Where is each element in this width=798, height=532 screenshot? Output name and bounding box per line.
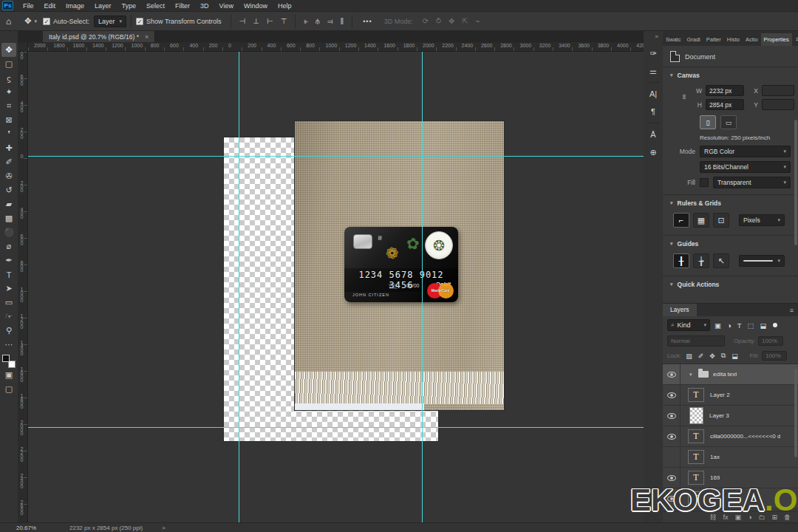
properties-scrollbar[interactable] <box>794 120 797 245</box>
distribute-right-icon[interactable]: ⫤ <box>324 17 337 26</box>
menu-filter[interactable]: Filter <box>170 0 195 12</box>
tab-layers[interactable]: Layers <box>663 304 697 316</box>
fill-field[interactable]: 100% <box>762 351 787 361</box>
layers-menu-icon[interactable]: ≡ <box>790 307 798 314</box>
menu-image[interactable]: Image <box>61 0 89 12</box>
eyedropper-tool[interactable]: ❜ <box>1 127 16 141</box>
auto-select-dropdown[interactable]: Layer ▾ <box>94 16 126 27</box>
eraser-tool[interactable]: ▰ <box>1 197 16 211</box>
shape-tool[interactable]: ▭ <box>1 296 16 310</box>
align-vertical-centers-icon[interactable]: ⊥ <box>249 17 263 25</box>
layer-row-group[interactable]: ▾ edita text <box>663 364 798 385</box>
height-field[interactable]: 2854 px <box>706 99 744 110</box>
horizontal-guide-top[interactable] <box>28 156 644 157</box>
layer-name[interactable]: 1ax <box>710 454 720 460</box>
pen-tool[interactable]: ✒ <box>1 253 16 267</box>
layer-row[interactable]: T cilla0000000...<<<<<<<0 d <box>663 426 798 447</box>
filter-kind-dropdown[interactable]: ⌕ Kind ▾ <box>667 319 710 331</box>
zoom-level-field[interactable]: 20.67% <box>16 525 50 531</box>
healing-brush-tool[interactable]: ✚ <box>1 141 16 155</box>
lock-guides-button[interactable]: ╆ <box>693 253 709 268</box>
canvas-section-header[interactable]: ▾ Canvas <box>670 72 791 79</box>
close-icon[interactable]: × <box>145 33 149 41</box>
dodge-tool[interactable]: ⌀ <box>1 239 16 253</box>
tab-actions[interactable]: Actio <box>743 33 761 46</box>
layer-name[interactable]: Layer 2 <box>710 392 730 398</box>
screen-mode-button[interactable]: ▢ <box>1 382 16 396</box>
rulers-grids-header[interactable]: ▾ Rulers & Grids <box>670 200 791 207</box>
visibility-eye-icon[interactable] <box>667 372 676 378</box>
align-right-edges-icon[interactable]: ⊢ <box>263 17 277 25</box>
zoom-tool[interactable]: ⚲ <box>1 324 16 338</box>
properties-sliders-icon[interactable]: ⚌ <box>645 62 661 80</box>
layer-name[interactable]: Layer 3 <box>709 412 729 419</box>
bit-depth-dropdown[interactable]: 16 Bits/Channel ▾ <box>700 161 791 173</box>
tab-patterns[interactable]: Patter <box>703 33 724 46</box>
hand-tool[interactable]: ☞ <box>1 310 16 324</box>
tab-history[interactable]: Histo <box>724 33 743 46</box>
color-swatches[interactable] <box>2 355 16 368</box>
tab-swatches[interactable]: Swatc <box>663 33 683 46</box>
distribute-spacing-icon[interactable]: ⫼ <box>337 17 348 26</box>
lock-artboard-icon[interactable]: ⧉ <box>720 352 727 360</box>
portrait-orientation-button[interactable]: ▯ <box>700 115 716 129</box>
marquee-tool[interactable]: ▢ <box>1 57 16 71</box>
guide-style-dropdown[interactable]: ▾ <box>739 255 785 267</box>
menu-select[interactable]: Select <box>141 0 170 12</box>
fill-dropdown[interactable]: Transparent ▾ <box>713 177 791 188</box>
clear-guides-button[interactable]: ↖ <box>713 253 729 268</box>
filter-pixel-layers-icon[interactable]: ▣ <box>713 321 723 330</box>
menu-file[interactable]: File <box>18 0 39 12</box>
more-options-icon[interactable]: ••• <box>357 18 378 25</box>
frame-tool[interactable]: ⊠ <box>1 113 16 127</box>
3d-roll-icon[interactable]: ⥁ <box>432 17 445 25</box>
menu-window[interactable]: Window <box>239 0 273 12</box>
status-chevron-icon[interactable]: > <box>162 525 166 531</box>
fill-color-box[interactable] <box>700 178 709 187</box>
vertical-guide-left[interactable] <box>239 52 239 522</box>
layers-scrollbar[interactable] <box>794 369 797 457</box>
auto-select-checkbox[interactable]: ✓ <box>43 18 50 25</box>
lock-position-icon[interactable]: ✥ <box>708 352 717 360</box>
opacity-field[interactable]: 100% <box>758 336 783 346</box>
move-tool-icon[interactable]: ✥ <box>18 16 33 26</box>
brush-tool[interactable]: ✐ <box>1 155 16 169</box>
move-tool[interactable]: ✥ <box>1 43 16 57</box>
layer-row[interactable]: T Layer 2 <box>663 385 798 406</box>
filter-shape-layers-icon[interactable]: ⬚ <box>746 321 756 330</box>
filter-toggle-icon[interactable] <box>773 323 777 327</box>
path-selection-tool[interactable]: ➤ <box>1 282 16 296</box>
visibility-eye-icon[interactable] <box>667 413 676 419</box>
history-brush-tool[interactable]: ↺ <box>1 183 16 197</box>
distribute-center-icon[interactable]: ⫛ <box>312 17 324 26</box>
quick-mask-button[interactable]: ▣ <box>1 368 16 382</box>
visibility-eye-icon[interactable] <box>667 392 676 398</box>
type-tool[interactable]: T <box>1 267 16 282</box>
horizontal-ruler[interactable]: 2000180016001400120010008006004002000200… <box>28 42 644 52</box>
landscape-orientation-button[interactable]: ▭ <box>720 115 737 129</box>
3d-rotate-icon[interactable]: ⟳ <box>419 17 432 25</box>
horizontal-guide-bottom[interactable] <box>28 427 644 428</box>
panel-menu-icon[interactable]: ≡ <box>792 33 798 46</box>
guides-header[interactable]: ▾ Guides <box>670 240 791 248</box>
blend-mode-dropdown[interactable]: Normal <box>667 335 725 347</box>
crop-tool[interactable]: ⌗ <box>1 99 16 113</box>
menu-help[interactable]: Help <box>273 0 297 12</box>
credit-card-image[interactable]: ≋ ❁ ✿ ❀ ❂ 1234 5678 9012 3456 VALID THRU… <box>344 227 458 302</box>
ruler-units-dropdown[interactable]: Pixels ▾ <box>739 214 785 226</box>
menu-3d[interactable]: 3D <box>195 0 214 12</box>
brush-settings-icon[interactable]: ✑ <box>645 44 661 62</box>
tab-properties[interactable]: Properties <box>761 33 792 46</box>
align-left-edges-icon[interactable]: ⊣ <box>236 17 250 25</box>
gradient-tool[interactable]: ▩ <box>1 211 16 225</box>
lock-all-icon[interactable]: ⬓ <box>730 352 740 360</box>
home-icon[interactable]: ⌂ <box>0 16 18 27</box>
3d-drag-icon[interactable]: ✥ <box>445 17 458 25</box>
3d-slide-icon[interactable]: ⇱ <box>458 17 471 25</box>
link-dimensions-icon[interactable]: ∞ <box>681 94 689 101</box>
distribute-left-icon[interactable]: ⫦ <box>300 17 312 26</box>
lock-paint-icon[interactable]: ✐ <box>697 352 706 360</box>
menu-view[interactable]: View <box>214 0 239 12</box>
layer-row[interactable]: T 1ax <box>663 447 798 468</box>
filter-type-layers-icon[interactable]: T <box>736 321 743 330</box>
